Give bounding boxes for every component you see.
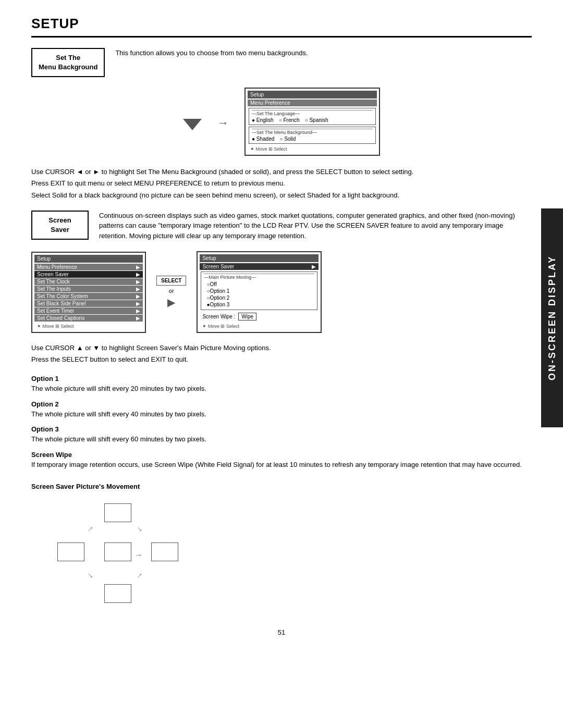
set-menu-bg-description: This function allows you to choose from … xyxy=(115,48,532,58)
diagram-box-center xyxy=(104,542,131,561)
option1-title: Option 1 xyxy=(31,375,532,382)
right-sidebar: ON-SCREEN DISPLAY xyxy=(541,208,563,427)
wipe-button: Wipe xyxy=(238,313,256,320)
arrow-right-icon: → xyxy=(217,116,229,130)
screen-wipe-row: Screen Wipe : Wipe xyxy=(200,312,319,322)
select-button-area: SELECT or ▶ xyxy=(156,276,186,309)
tv-group-menu-bg: —Set The Menu Background— Shaded Solid xyxy=(249,127,376,144)
tv-header: Setup xyxy=(248,91,377,98)
tv-screen-setup-list: Setup Menu Preference ▶ Screen Saver ▶ S… xyxy=(31,252,146,333)
screen-saver-nav-text: Use CURSOR ▲ or ▼ to highlight Screen Sa… xyxy=(31,342,532,365)
arrow-right-icon-2: ▶ xyxy=(167,296,175,309)
page-number: 51 xyxy=(31,628,532,636)
tv-item-menu-pref: Menu Preference ▶ xyxy=(34,264,143,270)
diagram-box-bottom xyxy=(104,584,131,603)
screen-saver-section: Screen Saver Continuous on-screen displa… xyxy=(31,211,532,241)
tv-right-header: Setup xyxy=(200,254,319,262)
diagram-box-left xyxy=(57,542,84,561)
tv-left-footer: ✦ Move ⊞ Select xyxy=(34,323,143,330)
screen-saver-description: Continuous on-screen displays such as vi… xyxy=(99,211,532,241)
tv-item-panel: Set Black Side Panel ▶ xyxy=(34,300,143,307)
menu-bg-detail: Use CURSOR ◄ or ► to highlight Set The M… xyxy=(31,166,532,201)
page-title: SETUP xyxy=(31,16,532,38)
screen-wipe-desc: If temporary image retention occurs, use… xyxy=(31,460,532,470)
arrow-down-icon xyxy=(183,114,202,130)
tv-group-language: —Set The Language— English French Spanis… xyxy=(249,108,376,125)
screen-wipe-title: Screen Wipe xyxy=(31,451,532,459)
set-menu-bg-label: Set The Menu Background xyxy=(31,48,105,77)
menu-bg-mockup-area: → Setup Menu Preference —Set The Languag… xyxy=(31,88,532,156)
tv-footer: ✦ Move ⊞ Select xyxy=(248,145,377,153)
tv-item-captions: Set Closed Captions ▶ xyxy=(34,315,143,322)
tv-right-footer: ✦ Move ⊞ Select xyxy=(200,323,319,330)
set-menu-bg-section: Set The Menu Background This function al… xyxy=(31,48,532,77)
options-area: Option 1 The whole picture will shift ev… xyxy=(31,375,532,470)
tv-item-screen-saver: Screen Saver ▶ xyxy=(34,271,143,278)
tv-screen-menu-bg: Setup Menu Preference —Set The Language—… xyxy=(244,88,380,156)
screen-saver-mockup-area: Setup Menu Preference ▶ Screen Saver ▶ S… xyxy=(31,251,532,333)
tv-item-timer: Set Event Timer ▶ xyxy=(34,307,143,314)
tv-item-clock: Set The Clock ▶ xyxy=(34,278,143,285)
option3-desc: The whole picture will shift every 60 mi… xyxy=(31,434,532,445)
diagram-box-right xyxy=(151,542,178,561)
arrow-right: → xyxy=(134,550,143,560)
tv-menu-item: Menu Preference xyxy=(248,100,377,106)
arrow-bottom-right: → xyxy=(133,570,146,582)
tv-screen-screen-saver: Setup Screen Saver ▶ —Main Picture Movin… xyxy=(197,251,322,333)
diagram-box-top xyxy=(104,503,131,522)
tv-left-header: Setup xyxy=(34,255,143,263)
arrow-top-left: → xyxy=(84,523,96,535)
tv-item-color: Set The Color System ▶ xyxy=(34,293,143,300)
arrow-top-right: → xyxy=(133,523,146,535)
movement-title: Screen Saver Picture's Movement xyxy=(31,483,532,490)
tv-right-sub-header: Screen Saver ▶ xyxy=(200,263,319,270)
arrow-bottom-left: → xyxy=(84,570,96,582)
movement-diagram: Screen Saver Picture's Movement → → → → … xyxy=(31,483,532,613)
tv-item-inputs: Set The Inputs ▶ xyxy=(34,286,143,292)
option3-title: Option 3 xyxy=(31,425,532,433)
select-button: SELECT xyxy=(156,276,186,286)
option2-title: Option 2 xyxy=(31,400,532,408)
option1-desc: The whole picture will shift every 20 mi… xyxy=(31,384,532,394)
tv-right-options-group: —Main Picture Moving— Off Option 1 Optio… xyxy=(201,272,317,310)
screen-saver-label: Screen Saver xyxy=(31,211,89,240)
movement-diagram-area: → → → → → xyxy=(47,498,203,613)
option2-desc: The whole picture will shift every 40 mi… xyxy=(31,409,532,419)
